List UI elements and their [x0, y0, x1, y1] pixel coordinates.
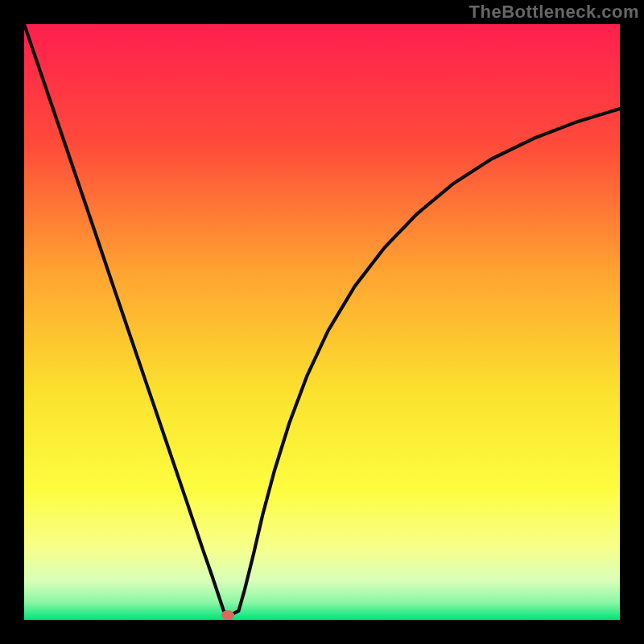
watermark-text: TheBottleneck.com — [469, 2, 639, 23]
plot-area — [24, 24, 620, 620]
curve-path — [24, 24, 620, 614]
bottleneck-curve — [24, 24, 620, 620]
chart-frame: TheBottleneck.com — [0, 0, 644, 644]
optimum-marker — [221, 610, 234, 620]
